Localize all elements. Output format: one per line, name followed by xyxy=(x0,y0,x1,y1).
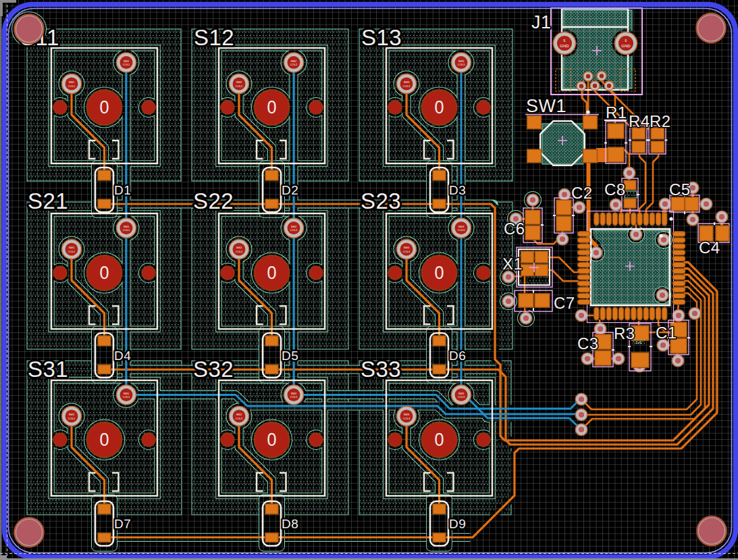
svg-text:GND: GND xyxy=(621,44,631,48)
svg-text:SW3: SW3 xyxy=(458,59,465,63)
svg-text:COL1: COL1 xyxy=(123,63,130,66)
svg-text:COL1: COL1 xyxy=(68,250,76,253)
svg-text:COL3: COL3 xyxy=(458,228,465,232)
svg-text:COL3: COL3 xyxy=(403,250,411,253)
svg-text:0: 0 xyxy=(267,262,277,283)
svg-text:0: 0 xyxy=(435,97,444,118)
svg-text:D3: D3 xyxy=(449,183,466,197)
svg-text:SW2: SW2 xyxy=(291,392,297,395)
svg-text:COL2: COL2 xyxy=(290,228,298,232)
svg-text:0: 0 xyxy=(100,429,109,450)
svg-text:COL1: COL1 xyxy=(68,417,76,420)
svg-text:R2: R2 xyxy=(650,112,671,130)
svg-text:0: 0 xyxy=(435,262,444,283)
svg-text:D2: D2 xyxy=(282,183,298,197)
svg-text:SW2: SW2 xyxy=(291,59,297,63)
svg-text:C7: C7 xyxy=(554,294,575,312)
svg-text:COL3: COL3 xyxy=(403,84,411,88)
svg-text:C6: C6 xyxy=(504,220,525,238)
svg-text:SW3: SW3 xyxy=(458,225,465,228)
svg-text:COL3: COL3 xyxy=(403,417,411,420)
svg-text:SW1: SW1 xyxy=(124,59,130,63)
svg-text:C1: C1 xyxy=(656,324,677,342)
svg-text:R4: R4 xyxy=(629,112,650,130)
svg-text:SW2: SW2 xyxy=(236,246,242,249)
svg-text:C3: C3 xyxy=(577,334,599,353)
svg-text:COL2: COL2 xyxy=(236,417,243,420)
svg-text:SW3: SW3 xyxy=(458,392,465,395)
svg-text:SW1: SW1 xyxy=(124,225,130,228)
svg-text:SW2: SW2 xyxy=(291,225,297,228)
svg-text:J1: J1 xyxy=(531,12,552,32)
svg-text:X1: X1 xyxy=(502,255,523,273)
svg-text:S21: S21 xyxy=(28,188,68,213)
svg-text:S22: S22 xyxy=(193,188,234,213)
svg-text:COL3: COL3 xyxy=(458,395,465,399)
svg-text:C8: C8 xyxy=(604,180,626,199)
svg-text:SW3: SW3 xyxy=(404,246,410,249)
svg-text:SW1: SW1 xyxy=(526,96,566,116)
svg-text:SW1: SW1 xyxy=(69,80,75,84)
svg-text:S33: S33 xyxy=(361,357,401,382)
svg-text:R3: R3 xyxy=(614,324,635,342)
svg-text:D1: D1 xyxy=(114,183,131,197)
svg-text:SW3: SW3 xyxy=(404,413,410,416)
svg-text:GND: GND xyxy=(560,44,569,48)
svg-text:S23: S23 xyxy=(361,188,401,213)
svg-text:SW3: SW3 xyxy=(404,80,410,84)
svg-text:0: 0 xyxy=(100,97,109,118)
svg-text:S32: S32 xyxy=(193,357,234,382)
svg-text:COL1: COL1 xyxy=(123,228,130,232)
svg-text:COL2: COL2 xyxy=(290,63,298,66)
svg-text:C5: C5 xyxy=(669,180,691,199)
svg-text:SW1: SW1 xyxy=(69,246,75,249)
svg-text:S31: S31 xyxy=(28,357,68,382)
svg-text:C4: C4 xyxy=(699,238,720,257)
svg-text:D6: D6 xyxy=(449,349,466,363)
svg-text:COL2: COL2 xyxy=(290,395,298,399)
svg-text:COL1: COL1 xyxy=(68,84,76,88)
svg-text:D4: D4 xyxy=(114,349,131,363)
svg-text:D9: D9 xyxy=(449,517,466,531)
svg-text:R1: R1 xyxy=(606,103,627,122)
svg-text:S13: S13 xyxy=(361,25,402,50)
svg-text:0: 0 xyxy=(267,429,277,450)
svg-text:D7: D7 xyxy=(114,517,131,531)
svg-text:S12: S12 xyxy=(194,25,234,50)
svg-text:6: 6 xyxy=(625,39,627,43)
svg-text:1+1: 1+1 xyxy=(635,340,641,345)
svg-text:6: 6 xyxy=(564,39,566,43)
svg-text:COL2: COL2 xyxy=(236,250,243,253)
svg-text:COL1: COL1 xyxy=(123,395,130,399)
svg-text:D5: D5 xyxy=(282,349,298,363)
svg-text:COL2: COL2 xyxy=(236,84,243,88)
svg-text:SW1: SW1 xyxy=(69,413,75,416)
svg-text:SW2: SW2 xyxy=(236,80,242,84)
svg-text:0: 0 xyxy=(100,262,109,283)
svg-text:0: 0 xyxy=(267,97,277,118)
svg-text:SW1: SW1 xyxy=(124,392,130,395)
svg-text:COL3: COL3 xyxy=(458,63,465,66)
svg-text:D8: D8 xyxy=(282,517,298,531)
svg-text:C2: C2 xyxy=(571,184,593,202)
svg-text:SW2: SW2 xyxy=(236,413,242,416)
svg-text:0: 0 xyxy=(435,429,444,450)
